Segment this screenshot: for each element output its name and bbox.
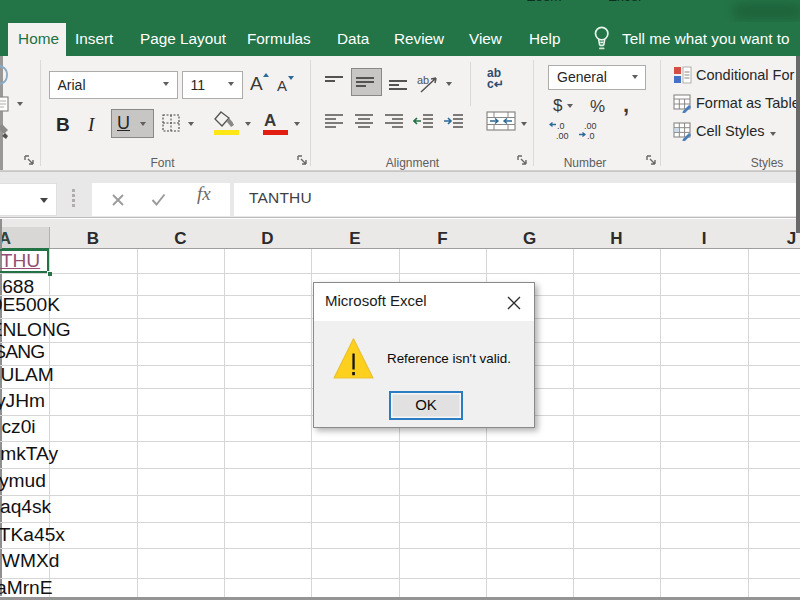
svg-text:ab: ab <box>417 74 429 86</box>
svg-text:.0: .0 <box>587 131 595 140</box>
svg-text:.00: .00 <box>556 131 569 140</box>
svg-text:.00: .00 <box>584 121 597 131</box>
svg-text:.0: .0 <box>557 121 565 131</box>
